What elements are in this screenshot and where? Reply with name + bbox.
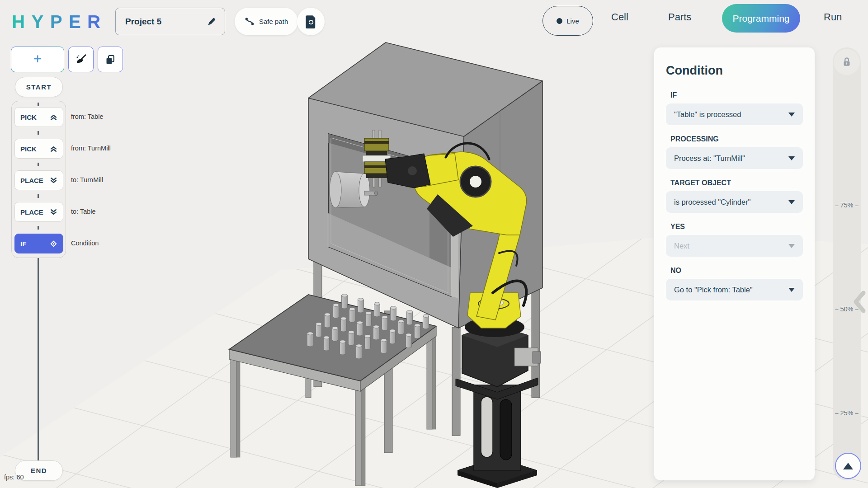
select-value: Go to "Pick from: Table": [674, 286, 753, 294]
flow-connector: [38, 131, 39, 135]
path-icon: [245, 17, 255, 27]
chevron-down-icon: [788, 200, 795, 204]
field-label-yes: YES: [666, 223, 803, 231]
copy-icon: [104, 54, 116, 66]
sync-document-icon: [305, 15, 317, 28]
select-value: "Table" is processed: [674, 110, 741, 119]
flow-connector: [38, 103, 39, 106]
sync-program-button[interactable]: [297, 8, 325, 35]
project-name: Project 5: [125, 17, 161, 27]
field-label-target-object: TARGET OBJECT: [666, 179, 803, 187]
condition-inspector-panel: Condition IF "Table" is processed PROCES…: [654, 47, 815, 480]
live-label: Live: [566, 17, 579, 25]
tab-cell[interactable]: Cell: [611, 11, 628, 23]
chevron-down-icon: [788, 113, 795, 117]
svg-text:HYPER: HYPER: [12, 12, 102, 32]
broom-icon: [75, 53, 87, 66]
tab-programming[interactable]: Programming: [722, 4, 800, 33]
hyper-logo: HYPER: [12, 12, 104, 32]
zoom-marker-75: 75%: [833, 202, 861, 209]
tab-run[interactable]: Run: [824, 11, 842, 23]
project-name-box: Project 5: [115, 8, 225, 35]
zoom-marker-25: 25%: [833, 409, 861, 417]
add-step-button[interactable]: +: [11, 47, 64, 72]
clear-program-button[interactable]: [68, 47, 94, 72]
chevrons-down-icon: [50, 177, 57, 184]
step-note: from: Table: [71, 113, 103, 120]
step-label: PLACE: [20, 177, 43, 184]
chevrons-down-icon: [50, 208, 57, 216]
start-node[interactable]: START: [15, 77, 63, 97]
yes-branch-select: Next: [666, 235, 803, 257]
flow-connector: [38, 194, 39, 198]
chevron-down-icon: [788, 156, 795, 160]
edit-pencil-icon[interactable]: [207, 17, 217, 27]
target-object-select[interactable]: is processed "Cylinder": [666, 191, 803, 213]
select-value: Next: [674, 242, 689, 250]
field-label-processing: PROCESSING: [666, 135, 803, 143]
step-card-if[interactable]: IF: [14, 234, 63, 253]
live-toggle[interactable]: Live: [542, 6, 593, 36]
top-bar: HYPER Project 5 Safe path Live Cell Part…: [0, 0, 868, 43]
step-note: to: Table: [71, 208, 96, 215]
panel-collapse-chevron-icon[interactable]: [853, 288, 868, 315]
chevrons-up-icon: [50, 113, 57, 121]
step-note: from: TurnMill: [71, 145, 111, 152]
diamond-icon: [50, 240, 57, 248]
zoom-lock-button[interactable]: [834, 49, 860, 75]
select-value: is processed "Cylinder": [674, 198, 750, 206]
step-card-place-1[interactable]: PLACE: [14, 170, 63, 190]
if-select[interactable]: "Table" is processed: [666, 103, 803, 125]
step-card-pick-1[interactable]: PICK: [14, 107, 63, 127]
processing-select[interactable]: Process at: "TurnMill": [666, 147, 803, 169]
lock-icon: [841, 56, 853, 68]
step-card-pick-2[interactable]: PICK: [14, 139, 63, 159]
flow-connector: [38, 226, 39, 230]
zoom-slider-track[interactable]: 75% 50% 25%: [833, 47, 861, 480]
step-label: PICK: [20, 145, 37, 153]
step-label: PLACE: [20, 208, 43, 216]
no-branch-select[interactable]: Go to "Pick from: Table": [666, 279, 803, 300]
duplicate-step-button[interactable]: [98, 47, 123, 72]
fps-counter: fps: 60: [4, 474, 24, 481]
field-label-no: NO: [666, 267, 803, 275]
safe-path-button[interactable]: Safe path: [235, 8, 298, 35]
step-note: to: TurnMill: [71, 176, 103, 183]
select-value: Process at: "TurnMill": [674, 154, 745, 163]
safe-path-label: Safe path: [259, 18, 288, 25]
panel-title: Condition: [666, 64, 803, 78]
scroll-top-button[interactable]: [835, 453, 861, 479]
chevron-down-icon: [788, 244, 795, 248]
chevron-down-icon: [788, 288, 795, 292]
live-dot-icon: [557, 18, 562, 24]
chevrons-up-icon: [50, 145, 57, 153]
tab-parts[interactable]: Parts: [668, 11, 691, 23]
triangle-up-icon: [843, 463, 853, 469]
step-note: Condition: [71, 239, 99, 247]
flow-connector: [38, 163, 39, 166]
field-label-if: IF: [666, 91, 803, 99]
step-label: PICK: [20, 113, 37, 121]
step-card-place-2[interactable]: PLACE: [14, 202, 63, 222]
plus-icon: +: [33, 52, 42, 66]
step-label: IF: [20, 240, 26, 248]
flow-line: [38, 258, 39, 460]
